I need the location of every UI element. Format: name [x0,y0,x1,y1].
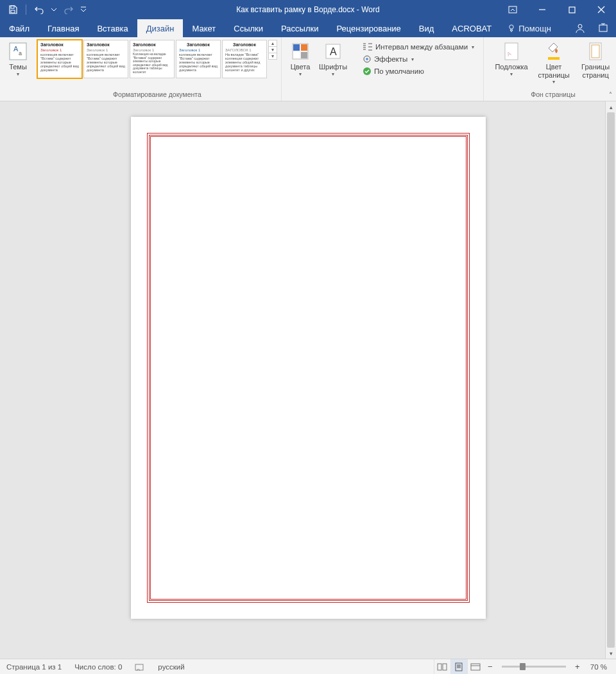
chevron-down-icon: ▾ [510,71,513,77]
svg-text:A: A [330,46,337,57]
svg-point-18 [366,58,368,60]
tab-file[interactable]: Файл [0,19,38,37]
tab-design[interactable]: Дизайн [137,19,184,37]
svg-rect-29 [471,664,480,670]
svg-text:a: a [19,50,22,56]
page[interactable] [131,117,486,619]
status-spellcheck[interactable] [128,659,151,674]
style-set-thumb[interactable]: Заголовок Заголовок 1 коллекция включает… [176,40,221,78]
qat-customize[interactable] [79,1,88,18]
colors-button[interactable]: Цвета ▾ [286,40,315,78]
watermark-icon: A [501,41,522,62]
tab-acrobat[interactable]: ACROBAT [443,19,501,37]
tab-view[interactable]: Вид [410,19,443,37]
chevron-down-icon: ▾ [552,79,555,85]
tab-insert[interactable]: Вставка [88,19,137,37]
ribbon-display-options[interactable] [498,0,527,19]
page-borders-button[interactable]: Границы страниц [576,40,615,80]
scroll-down-button[interactable]: ▾ [606,648,616,659]
zoom-slider-thumb[interactable] [520,663,526,670]
redo-button[interactable] [60,1,78,18]
tab-mailings[interactable]: Рассылки [272,19,327,37]
status-page[interactable]: Страница 1 из 1 [0,659,68,674]
svg-rect-22 [548,57,560,60]
svg-rect-6 [599,25,607,31]
themes-button[interactable]: Aa Темы ▾ [4,40,32,78]
ribbon-tabs: Файл Главная Вставка Дизайн Макет Ссылки… [0,19,616,37]
svg-rect-13 [301,52,307,58]
view-print-layout[interactable] [450,659,467,674]
svg-rect-1 [11,10,15,13]
tab-layout[interactable]: Макет [183,19,225,37]
close-button[interactable] [586,0,616,19]
view-web-layout[interactable] [467,659,484,674]
themes-icon: Aa [8,41,28,62]
minimize-button[interactable] [527,0,557,19]
spellcheck-icon [135,662,145,671]
window-controls [498,0,616,19]
page-border [150,136,466,600]
tab-home[interactable]: Главная [38,19,88,37]
svg-rect-11 [301,44,307,51]
svg-rect-2 [509,6,517,13]
check-circle-icon [363,67,372,76]
svg-rect-0 [11,6,14,8]
statusbar: Страница 1 из 1 Число слов: 0 русский − … [0,659,616,674]
undo-button[interactable] [30,1,48,18]
scrollbar-thumb[interactable] [607,112,615,648]
zoom-in-button[interactable]: + [571,662,584,671]
vertical-scrollbar[interactable]: ▴ ▾ [605,101,616,659]
fonts-icon: A [323,41,343,62]
svg-rect-26 [438,664,441,670]
svg-point-4 [509,25,513,29]
svg-rect-12 [293,52,300,58]
save-button[interactable] [4,1,22,18]
style-set-thumb[interactable]: Заголовок Заголовок 1 Коллекция на вклад… [130,40,175,78]
zoom-level[interactable]: 70 % [584,659,616,674]
chevron-down-icon: ▾ [299,71,302,77]
svg-rect-27 [443,664,447,670]
ribbon: Aa Темы ▾ Заголовок Заголовок 1 коллекци… [0,37,616,101]
chevron-down-icon: ▾ [332,71,334,77]
fonts-button[interactable]: A Шрифты ▾ [316,40,350,78]
style-set-gallery[interactable]: Заголовок Заголовок 1 коллекция включает… [37,40,277,78]
svg-rect-28 [456,663,462,671]
group-label-page-bg: Фон страницы [492,89,615,99]
page-color-button[interactable]: Цвет страницы ▾ [533,40,575,86]
watermark-button[interactable]: A Подложка ▾ [492,40,531,78]
svg-point-5 [578,24,582,28]
effects-button[interactable]: Эффекты▾ [360,53,477,65]
page-borders-icon [585,41,606,62]
effects-icon [363,55,372,64]
page-color-icon [543,41,564,62]
zoom-out-button[interactable]: − [484,662,497,671]
scroll-up-button[interactable]: ▴ [606,101,616,112]
status-language[interactable]: русский [151,659,191,674]
lightbulb-icon [507,24,516,33]
titlebar: Как вставить рамку в Ворде.docx - Word [0,0,616,19]
collapse-ribbon-button[interactable]: ˄ [609,91,612,98]
undo-dropdown[interactable] [49,1,58,18]
set-default-button[interactable]: По умолчанию [360,65,477,77]
gallery-more-button[interactable]: ▾ [268,53,277,60]
style-set-thumb[interactable]: Заголовок ЗАГОЛОВОК 1 На вкладке "Встава… [222,40,267,78]
tab-references[interactable]: Ссылки [225,19,272,37]
chevron-down-icon: ▾ [17,71,19,77]
style-set-thumb[interactable]: Заголовок Заголовок 1 коллекция включает… [83,40,128,78]
paragraph-spacing-icon [363,42,373,51]
quick-access-toolbar [0,1,88,18]
svg-text:A: A [13,45,19,53]
maximize-button[interactable] [557,0,586,19]
tab-review[interactable]: Рецензирование [327,19,409,37]
paragraph-spacing-button[interactable]: Интервал между абзацами▾ [360,41,477,53]
account-icon[interactable] [575,23,585,33]
style-set-thumb[interactable]: Заголовок Заголовок 1 коллекция включает… [37,40,82,78]
zoom-slider[interactable] [502,666,566,668]
document-area[interactable]: ▴ ▾ [0,101,616,659]
svg-rect-10 [293,44,300,51]
share-icon[interactable] [598,23,608,33]
tell-me-search[interactable]: Помощн [501,19,558,37]
svg-rect-3 [569,7,575,13]
status-word-count[interactable]: Число слов: 0 [68,659,128,674]
view-read-mode[interactable] [434,659,450,674]
